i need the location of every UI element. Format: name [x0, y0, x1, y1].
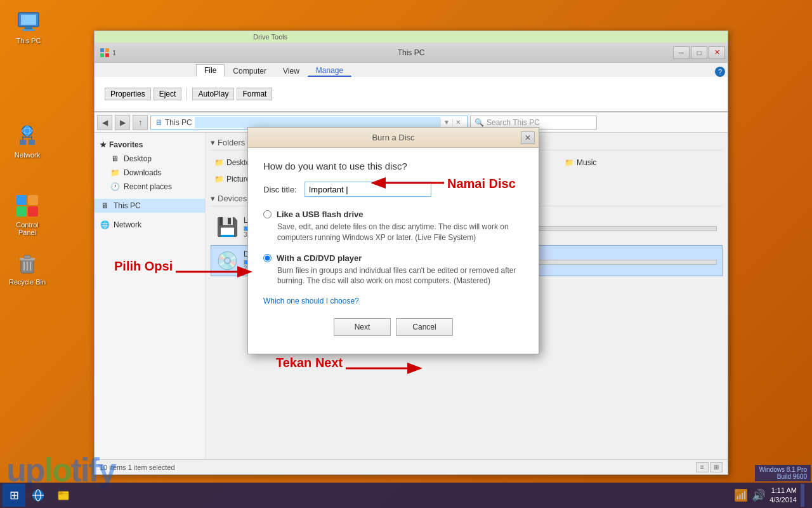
- option-dvd: With a CD/DVD player Burn files in group…: [263, 253, 523, 287]
- option-dvd-desc: Burn files in groups and individual file…: [263, 265, 523, 287]
- option-dvd-label: With a CD/DVD player: [277, 253, 362, 263]
- disc-title-label: Disc title:: [263, 185, 297, 194]
- taskbar-clock: 1:11 AM 4/3/2014: [769, 486, 797, 505]
- dialog-overlay: Burn a Disc ✕ How do you want to use thi…: [0, 0, 812, 508]
- dialog-title: Burn a Disc: [372, 133, 414, 142]
- taskbar-ie[interactable]: [25, 485, 51, 505]
- arrow-tekan: [343, 359, 425, 378]
- annotation-namai: Namai Disc: [447, 177, 516, 191]
- option-usb: Like a USB flash drive Save, edit, and d…: [263, 210, 523, 243]
- svg-rect-33: [58, 491, 63, 495]
- dialog-buttons: Next Cancel: [263, 318, 523, 341]
- radio-dvd[interactable]: [263, 254, 272, 262]
- next-button[interactable]: Next: [334, 318, 391, 336]
- taskbar-right: 📶 🔊 1:11 AM 4/3/2014: [734, 484, 809, 507]
- ie-icon: [30, 488, 46, 503]
- help-link[interactable]: Which one should I choose?: [263, 297, 523, 305]
- radio-usb[interactable]: [263, 210, 272, 218]
- arrow-namai: [371, 170, 447, 196]
- annotation-tekan: Tekan Next: [276, 356, 343, 370]
- taskbar: ⊞ 📶 🔊 1:11 AM: [0, 483, 812, 508]
- dialog-titlebar: Burn a Disc ✕: [248, 128, 539, 148]
- taskbar-date: 4/3/2014: [769, 495, 797, 505]
- burn-disc-dialog: Burn a Disc ✕ How do you want to use thi…: [247, 127, 539, 354]
- taskbar-explorer[interactable]: [51, 485, 76, 505]
- taskbar-time: 1:11 AM: [769, 486, 797, 495]
- option-usb-desc: Save, edit, and delete files on the disc…: [263, 222, 523, 243]
- taskbar-network-icon: 📶: [734, 488, 748, 502]
- show-desktop-button[interactable]: [801, 484, 804, 507]
- svg-rect-34: [58, 493, 69, 494]
- taskbar-volume-icon: 🔊: [752, 488, 766, 502]
- cancel-button[interactable]: Cancel: [396, 318, 453, 336]
- arrow-pilih: [173, 262, 255, 281]
- option-usb-label: Like a USB flash drive: [277, 210, 363, 219]
- explorer-icon: [56, 488, 71, 503]
- dialog-close-button[interactable]: ✕: [521, 131, 535, 144]
- annotation-pilih: Pilih Opsi: [114, 259, 173, 274]
- start-button[interactable]: ⊞: [3, 484, 25, 507]
